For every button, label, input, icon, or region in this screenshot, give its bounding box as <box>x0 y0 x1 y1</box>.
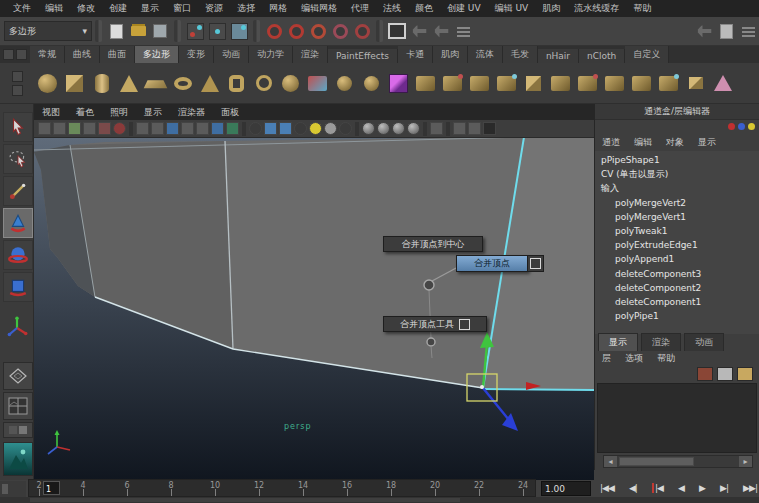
shelf-tab-nhair[interactable]: nHair <box>538 49 579 63</box>
layer-options-icon[interactable] <box>737 367 753 381</box>
playback-speed-field[interactable]: 1.00 <box>541 481 591 496</box>
select-object-icon[interactable] <box>207 21 227 41</box>
paint-select-tool-icon[interactable] <box>3 176 33 206</box>
separate-icon[interactable] <box>439 66 466 100</box>
menu-muscle[interactable]: 肌肉 <box>535 2 567 15</box>
open-scene-icon[interactable] <box>128 21 148 41</box>
move-tool-icon[interactable] <box>3 208 33 238</box>
resolution-gate-icon[interactable] <box>468 122 481 135</box>
panel-menu-view[interactable]: 视图 <box>34 106 68 119</box>
menu-display[interactable]: 显示 <box>134 2 166 15</box>
option-box-icon[interactable] <box>527 255 544 272</box>
shelf-tab-polygons[interactable]: 多边形 <box>135 46 179 63</box>
snap-point-icon[interactable] <box>308 21 328 41</box>
shelf-tab-surfaces[interactable]: 曲面 <box>100 46 135 63</box>
input-node[interactable]: deleteComponent1 <box>601 295 759 309</box>
input-node[interactable]: polyPipe1 <box>601 309 759 323</box>
poly-plane-icon[interactable] <box>142 66 169 100</box>
manipulator-blue-icon[interactable] <box>738 123 745 130</box>
bridge-icon[interactable] <box>574 66 601 100</box>
poly-cone-icon[interactable] <box>115 66 142 100</box>
poly-helix-icon[interactable] <box>250 66 277 100</box>
group-separator[interactable] <box>174 20 181 42</box>
shelf-arrow-down-icon[interactable] <box>12 85 23 96</box>
tab-render[interactable]: 渲染 <box>641 333 681 351</box>
new-scene-icon[interactable] <box>106 21 126 41</box>
shelf-tab-rendering[interactable]: 渲染 <box>293 46 328 63</box>
play-backwards-button[interactable]: ◀ <box>678 483 684 493</box>
viewport-canvas[interactable] <box>34 138 594 480</box>
horizontal-scrollbar[interactable]: ◂ ▸ <box>603 455 753 468</box>
film-gate-icon[interactable] <box>453 122 466 135</box>
group-separator[interactable] <box>95 20 102 42</box>
cv-hint[interactable]: CV (单击以显示) <box>601 167 759 181</box>
bookmark-icon[interactable] <box>83 122 96 135</box>
insert-edge-loop-icon[interactable] <box>655 66 682 100</box>
bevel-icon[interactable] <box>682 66 709 100</box>
shelf-arrow-up-icon[interactable] <box>12 71 23 82</box>
marking-menu-item-merge-to-center[interactable]: 合并顶点到中心 <box>383 236 483 252</box>
booleans-icon[interactable] <box>493 66 520 100</box>
channel-box-toggle-icon[interactable] <box>716 21 736 41</box>
hypershade-layout-icon[interactable] <box>3 442 33 476</box>
selected-vertex[interactable] <box>480 385 484 389</box>
menu-channels[interactable]: 通道 <box>595 136 627 149</box>
shelf-tab-fluids[interactable]: 流体 <box>468 46 503 63</box>
menu-normals[interactable]: 法线 <box>376 2 408 15</box>
menu-help-le[interactable]: 帮助 <box>650 352 682 365</box>
scroll-right-icon[interactable]: ▸ <box>739 456 752 467</box>
shelf-tab-muscle[interactable]: 肌肉 <box>433 46 468 63</box>
scale-tool-icon[interactable] <box>3 272 33 302</box>
time-slider[interactable]: 2 4 6 8 10 12 14 16 18 20 22 24 1 <box>28 479 536 497</box>
lasso-select-tool-icon[interactable] <box>3 144 33 174</box>
menu-edit-cb[interactable]: 编辑 <box>627 136 659 149</box>
menu-help[interactable]: 帮助 <box>626 2 658 15</box>
range-slider-bar[interactable] <box>30 498 460 502</box>
make-live-icon[interactable] <box>352 21 372 41</box>
rotate-tool-icon[interactable] <box>3 240 33 270</box>
gate-mask-icon[interactable] <box>483 122 496 135</box>
contrast-icon[interactable] <box>324 122 337 135</box>
isolate-select-icon[interactable] <box>362 122 375 135</box>
snap-plane-icon[interactable] <box>330 21 350 41</box>
marking-menu-item-merge-vertex-tool[interactable]: 合并顶点工具 <box>383 316 487 332</box>
create-layer-from-selected-icon[interactable] <box>717 367 733 381</box>
multisample-icon[interactable] <box>249 122 262 135</box>
append-poly-icon[interactable] <box>358 66 385 100</box>
menu-select[interactable]: 选择 <box>230 2 262 15</box>
panel-menu-lighting[interactable]: 照明 <box>102 106 136 119</box>
shelf-tab-animation[interactable]: 动画 <box>214 46 249 63</box>
poly-cube-icon[interactable] <box>61 66 88 100</box>
layer-list-area[interactable] <box>597 383 757 453</box>
shelf-tab-fur[interactable]: 毛发 <box>503 46 538 63</box>
go-to-end-button[interactable]: ▶▶| <box>743 483 757 493</box>
tab-display[interactable]: 显示 <box>598 333 638 351</box>
menu-mesh[interactable]: 网格 <box>262 2 294 15</box>
poly-soccerball-icon[interactable] <box>277 66 304 100</box>
xray-icon[interactable] <box>377 122 390 135</box>
poly-cylinder-icon[interactable] <box>88 66 115 100</box>
panel-menu-shading[interactable]: 着色 <box>68 106 102 119</box>
two-pane-layout-icon[interactable] <box>3 422 33 438</box>
sequence-time-icon[interactable] <box>264 122 277 135</box>
panel-title[interactable]: 通道盒/层编辑器 <box>595 104 759 120</box>
ipr-render-icon[interactable] <box>431 21 451 41</box>
split-poly-icon[interactable] <box>628 66 655 100</box>
merge-vertex-icon[interactable] <box>601 66 628 100</box>
scrollbar-thumb[interactable] <box>619 457 694 466</box>
menu-create[interactable]: 创建 <box>102 2 134 15</box>
snap-grid-icon[interactable] <box>264 21 284 41</box>
shelf-tab-ncloth[interactable]: nCloth <box>579 49 625 63</box>
single-pane-layout-icon[interactable] <box>3 362 33 390</box>
panel-menu-renderer[interactable]: 渲染器 <box>170 106 213 119</box>
separate-layer-icon[interactable] <box>407 122 420 135</box>
play-forwards-button[interactable]: ▶ <box>699 483 705 493</box>
shelf-tab-painteffects[interactable]: PaintEffects <box>328 49 398 63</box>
extrude-icon[interactable] <box>547 66 574 100</box>
sidebar-toggle-icon[interactable] <box>694 21 714 41</box>
select-component-icon[interactable] <box>229 21 249 41</box>
color-management-icon[interactable] <box>339 122 352 135</box>
menu-file[interactable]: 文件 <box>6 2 38 15</box>
snap-curve-icon[interactable] <box>286 21 306 41</box>
shelf-tab-curves[interactable]: 曲线 <box>65 46 100 63</box>
